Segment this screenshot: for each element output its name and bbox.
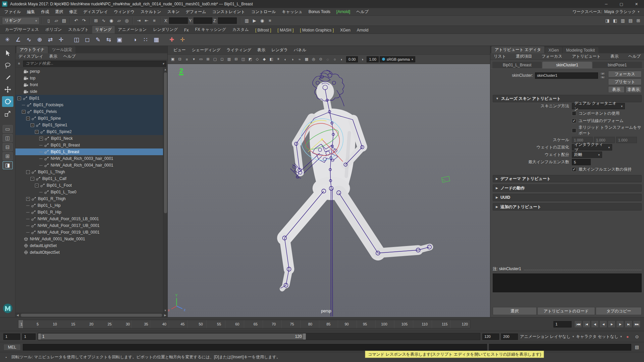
skinning-method-select[interactable]: デュアル クォータニオン ▾ (572, 103, 625, 109)
current-frame-input[interactable]: 1 (553, 321, 572, 327)
rotate-tool-icon[interactable] (2, 96, 13, 107)
ik-handle-icon[interactable]: ∠ (13, 35, 23, 45)
scroll-right-icon[interactable]: ▶ (163, 313, 167, 317)
undo-icon[interactable]: ↶ (72, 17, 80, 24)
shelf-tab[interactable]: ポリゴン (42, 26, 65, 34)
weight-distribution-select[interactable]: 距離 ▾ (572, 152, 602, 158)
close-button[interactable]: ✕ (629, 0, 644, 8)
toggle-layer-editor-icon[interactable]: ▤ (627, 17, 634, 24)
move-tool-icon[interactable] (2, 84, 13, 95)
safe-action-icon[interactable]: ◫ (240, 56, 247, 63)
ae-panel-tab[interactable]: Modeling Toolkit (563, 47, 598, 53)
load-attributes-button[interactable]: アトリビュートのロード (537, 307, 595, 315)
scroll-up-icon[interactable]: ▲ (163, 67, 168, 72)
shelf-tab[interactable]: [ MASH ] (274, 27, 297, 34)
play-backwards-button[interactable]: ◀ (599, 320, 607, 328)
ik-spline-icon[interactable]: ∿ (24, 35, 34, 45)
shelf-tab[interactable]: FX キャッシング (192, 26, 229, 34)
tree-row[interactable]: top (15, 75, 163, 81)
field-chart-icon[interactable]: ⊟ (233, 56, 239, 63)
scroll-left-icon[interactable]: ◀ (15, 313, 20, 317)
ae-panel-tab[interactable]: XGen (545, 47, 562, 53)
menu-item[interactable]: 選択 (52, 8, 66, 15)
playback-range-bar[interactable]: 1 120 (38, 334, 306, 340)
collapse-toggle-icon[interactable]: − (35, 184, 39, 187)
snap-to-point-icon[interactable]: ◉ (108, 17, 115, 24)
expand-toggle-icon[interactable]: + (26, 197, 30, 201)
ae-menu-item[interactable]: フォーカス (540, 54, 564, 59)
collapse-toggle-icon[interactable]: − (31, 123, 34, 127)
bookmarks-icon[interactable]: ▾ (191, 56, 197, 63)
bind-skin-icon[interactable]: ◫ (72, 35, 81, 45)
normalize-weights-select[interactable]: インタラクティブ ▾ (572, 144, 612, 150)
ae-menu-item[interactable]: 表示 (609, 54, 620, 59)
collapse-toggle-icon[interactable]: − (31, 177, 34, 181)
menu-item[interactable]: コントロール (248, 8, 279, 15)
make-live-icon[interactable]: ◎ (123, 17, 130, 24)
go-to-start-button[interactable]: |◀◀ (574, 320, 582, 328)
shelf-tab[interactable]: [ Motion Graphics ] (297, 27, 337, 34)
tree-row[interactable]: −Bip01_Spine (15, 115, 163, 122)
tree-row[interactable]: −Bip01_Spine2 (15, 128, 163, 135)
layout-two-pane-icon[interactable]: ◫ (3, 134, 13, 142)
menu-set-selector[interactable]: リギング ▾ (2, 17, 40, 24)
horizontal-scrollbar[interactable]: ◀ ▶ (15, 313, 167, 317)
shelf-tab[interactable]: カーブ/サーフェス (2, 26, 42, 34)
outliner-panel-tab[interactable]: ツール設定 (49, 46, 76, 53)
layout-four-pane-icon[interactable]: ⊞ (3, 152, 13, 160)
scrollbar-thumb[interactable] (21, 314, 162, 317)
menu-item[interactable]: ファイル (1, 8, 24, 15)
select-tool-icon[interactable] (2, 48, 13, 59)
ae-section-header[interactable]: ▶デフォーマ アトリビュート (493, 175, 642, 182)
layout-outliner-persp-icon[interactable]: ◨ (3, 161, 13, 169)
support-non-rigid-checkbox[interactable] (572, 128, 576, 133)
presets-button[interactable]: プリセット (608, 78, 642, 85)
exposure-input[interactable]: 0.00 (346, 56, 358, 62)
menu-item[interactable]: ディスプレイ (80, 8, 111, 15)
animation-layer-selector[interactable]: アニメーション レイヤなし ▾ (520, 334, 574, 340)
swap-output-icon[interactable]: ⇆ (600, 76, 605, 79)
new-scene-icon[interactable]: ▯ (45, 17, 52, 24)
viewport-menu-item[interactable]: ビュー (170, 47, 189, 53)
output-connections-icon[interactable]: ⇤ (143, 17, 150, 24)
range-end-handle[interactable] (303, 334, 306, 340)
shelf-tab[interactable]: レンダリング (150, 26, 181, 34)
tree-row[interactable]: side (15, 88, 163, 95)
use-components-checkbox[interactable] (572, 111, 576, 116)
xray-icon[interactable]: ◌ (324, 56, 331, 63)
viewport-menu-item[interactable]: ライティング (223, 47, 254, 53)
render-view-icon[interactable]: ▥ (243, 17, 251, 24)
render-settings-icon[interactable]: ≡ (266, 17, 274, 24)
command-input[interactable] (23, 344, 487, 351)
ae-section-header[interactable]: ▶UUID (493, 194, 642, 201)
playback-end-input[interactable]: 120 (482, 334, 499, 340)
motion-blur-icon[interactable]: ≈ (296, 56, 303, 63)
tree-row[interactable]: −Bip01_Spine1 (15, 122, 163, 128)
character-set-selector[interactable]: キャラクタ セットなし ▾ (576, 334, 622, 340)
viewport-menu-item[interactable]: シェーディング (189, 47, 224, 53)
tree-row[interactable]: +Bip01_R_Thigh (15, 195, 163, 202)
textured-icon[interactable]: ◧ (268, 56, 275, 63)
menu-item[interactable]: コンストレイント (209, 8, 248, 15)
command-language-selector[interactable]: MEL (3, 344, 21, 351)
view-grid-icon[interactable]: ⊞ (205, 56, 211, 63)
menu-item[interactable]: [Arnold] (333, 8, 353, 15)
tree-row[interactable]: NHW_Adult_Rich_0004_hair_0001 (15, 162, 163, 169)
animation-preferences-icon[interactable]: ⊙ (633, 333, 641, 340)
layout-two-pane-stacked-icon[interactable]: ⊟ (3, 143, 13, 151)
tree-row[interactable]: −Bip01_L_Calf (15, 175, 163, 182)
shelf-tab[interactable]: スカルプト (65, 26, 92, 34)
shelf-tab[interactable]: カスタム (229, 26, 252, 34)
hide-button[interactable]: 非表示 (626, 86, 642, 93)
resolution-gate-icon[interactable]: ◻ (219, 56, 225, 63)
tree-row[interactable]: persp (15, 68, 163, 75)
multisample-aa-icon[interactable]: ▩ (303, 56, 310, 63)
tree-row[interactable]: front (15, 81, 163, 88)
notes-input[interactable] (493, 274, 642, 292)
animation-start-input[interactable]: 1 (3, 334, 20, 340)
outliner-panel-tab[interactable]: アウトライナ (16, 46, 48, 53)
tree-row[interactable]: −Bip01_Pelvis (15, 108, 163, 115)
ae-node-tab[interactable]: bindPose1 (593, 62, 642, 68)
safe-title-icon[interactable]: ◩ (247, 56, 254, 63)
shelf-tab[interactable]: アニメーション (115, 26, 150, 34)
